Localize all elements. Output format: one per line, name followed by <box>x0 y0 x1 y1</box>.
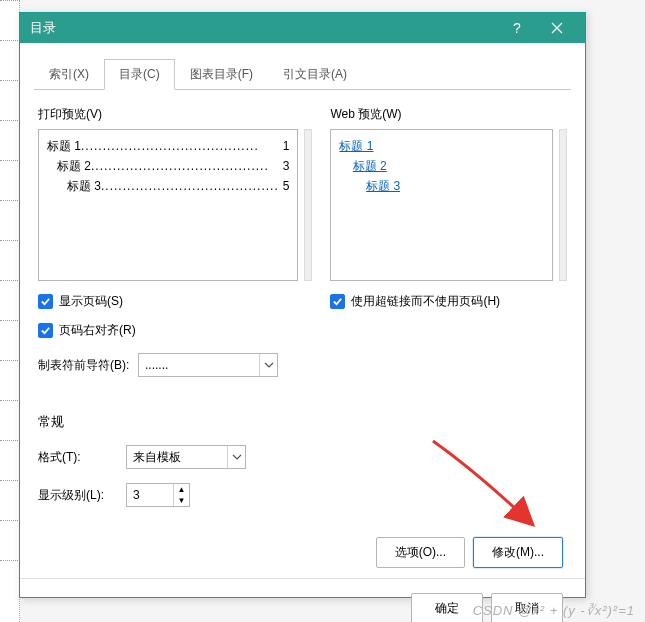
show-page-check[interactable]: 显示页码(S) <box>38 293 312 310</box>
web-preview-column: Web 预览(W) 标题 1 标题 2 标题 3 使用超链接而不使用页码(H) <box>330 104 567 377</box>
print-preview-label: 打印预览(V) <box>38 106 312 123</box>
tab-toc[interactable]: 目录(C) <box>104 59 175 90</box>
web-line: 标题 2 <box>339 156 544 176</box>
toc-dialog: 目录 ? 索引(X) 目录(C) 图表目录(F) 引文目录(A) 打印预览(V)… <box>19 12 586 598</box>
web-line: 标题 3 <box>339 176 544 196</box>
leader-combo[interactable]: ....... <box>138 353 278 377</box>
web-preview-box: 标题 1 标题 2 标题 3 <box>330 129 553 281</box>
format-combo[interactable]: 来自模板 <box>126 445 246 469</box>
ruler-ticks <box>0 0 20 622</box>
tab-strip: 索引(X) 目录(C) 图表目录(F) 引文目录(A) <box>34 59 585 90</box>
tab-figures[interactable]: 图表目录(F) <box>175 59 268 90</box>
right-align-check[interactable]: 页码右对齐(R) <box>38 322 312 339</box>
spinner-arrows-icon: ▲▼ <box>173 484 189 506</box>
checkbox-checked-icon <box>38 323 53 338</box>
web-preview-scrollbar[interactable] <box>559 129 567 281</box>
levels-label: 显示级别(L): <box>38 487 118 504</box>
show-page-label: 显示页码(S) <box>59 293 123 310</box>
general-heading: 常规 <box>38 413 585 431</box>
checkbox-checked-icon <box>330 294 345 309</box>
help-button[interactable]: ? <box>497 13 537 43</box>
format-label: 格式(T): <box>38 449 118 466</box>
tab-index[interactable]: 索引(X) <box>34 59 104 90</box>
toc-line: 标题 1 ...................................… <box>47 136 289 156</box>
hyperlink-label: 使用超链接而不使用页码(H) <box>351 293 500 310</box>
watermark: CSDN @x² + (y -∛x²)²=1 <box>473 603 635 618</box>
toc-line: 标题 2 ...................................… <box>47 156 289 176</box>
toc-line: 标题 3 ...................................… <box>47 176 289 196</box>
leader-label: 制表符前导符(B): <box>38 357 130 374</box>
web-line: 标题 1 <box>339 136 544 156</box>
chevron-down-icon <box>259 354 277 376</box>
leader-value: ....... <box>139 358 259 372</box>
modify-button[interactable]: 修改(M)... <box>473 537 563 568</box>
right-align-label: 页码右对齐(R) <box>59 322 136 339</box>
titlebar: 目录 ? <box>20 13 585 43</box>
print-preview-column: 打印预览(V) 标题 1 ...........................… <box>38 104 312 377</box>
chevron-down-icon <box>227 446 245 468</box>
format-value: 来自模板 <box>127 449 227 466</box>
levels-value: 3 <box>127 488 173 502</box>
tab-citations[interactable]: 引文目录(A) <box>268 59 362 90</box>
close-button[interactable] <box>537 13 577 43</box>
checkbox-checked-icon <box>38 294 53 309</box>
print-preview-scrollbar[interactable] <box>304 129 312 281</box>
web-preview-label: Web 预览(W) <box>330 106 567 123</box>
options-button[interactable]: 选项(O)... <box>376 537 465 568</box>
close-icon <box>551 22 563 34</box>
hyperlink-check[interactable]: 使用超链接而不使用页码(H) <box>330 293 567 310</box>
levels-spinner[interactable]: 3 ▲▼ <box>126 483 190 507</box>
print-preview-box: 标题 1 ...................................… <box>38 129 298 281</box>
dialog-title: 目录 <box>30 19 497 37</box>
